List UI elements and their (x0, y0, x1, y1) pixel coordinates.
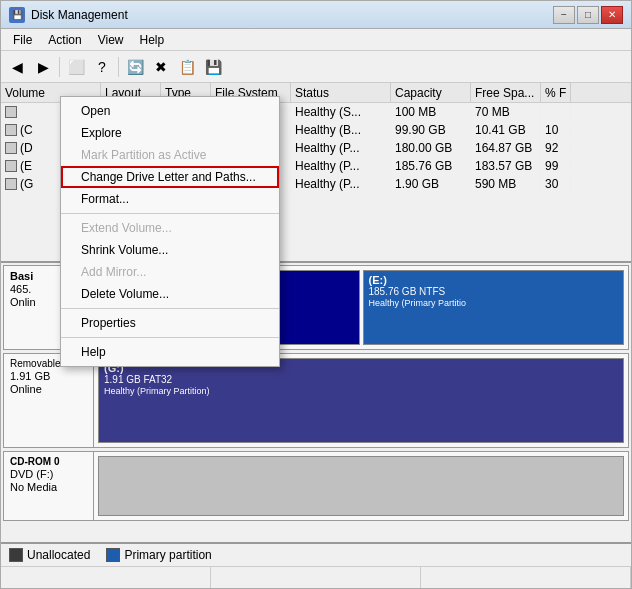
context-menu: Open Explore Mark Partition as Active Ch… (60, 96, 280, 367)
disk-type-cdrom: DVD (F:) (10, 468, 87, 480)
status-segment-3 (421, 567, 631, 588)
status-segment-1 (1, 567, 211, 588)
ctx-properties[interactable]: Properties (61, 312, 279, 334)
legend-primary: Primary partition (106, 548, 211, 562)
partition-e-size: 185.76 GB NTFS (369, 286, 619, 297)
menu-help[interactable]: Help (132, 29, 173, 50)
cell-status: Healthy (P... (291, 139, 391, 156)
ctx-separator-2 (61, 308, 279, 309)
cell-capacity: 185.76 GB (391, 157, 471, 174)
disk-size-removable: 1.91 GB (10, 370, 87, 382)
cell-capacity: 99.90 GB (391, 121, 471, 138)
legend-box-primary (106, 548, 120, 562)
cell-status: Healthy (B... (291, 121, 391, 138)
maximize-button[interactable]: □ (577, 6, 599, 24)
ctx-delete-volume[interactable]: Delete Volume... (61, 283, 279, 305)
ctx-separator-1 (61, 213, 279, 214)
partition-cdrom (98, 456, 624, 516)
cell-capacity: 100 MB (391, 103, 471, 120)
legend-label-unallocated: Unallocated (27, 548, 90, 562)
back-button[interactable]: ◀ (5, 55, 29, 79)
rescan-button[interactable]: 🔄 (123, 55, 147, 79)
cell-pct: 92 (541, 139, 571, 156)
cell-status: Healthy (P... (291, 157, 391, 174)
cell-status: Healthy (S... (291, 103, 391, 120)
cell-pct (541, 103, 571, 120)
properties-button[interactable]: ⬜ (64, 55, 88, 79)
disk-info-cdrom: CD-ROM 0 DVD (F:) No Media (4, 452, 94, 520)
ctx-change-drive-letter[interactable]: Change Drive Letter and Paths... (61, 166, 279, 188)
legend-box-unallocated (9, 548, 23, 562)
ctx-explore[interactable]: Explore (61, 122, 279, 144)
disk-partitions-removable: (G:) 1.91 GB FAT32 Healthy (Primary Part… (94, 354, 628, 447)
partition-e[interactable]: (E:) 185.76 GB NTFS Healthy (Primary Par… (363, 270, 625, 345)
ctx-mark-active: Mark Partition as Active (61, 144, 279, 166)
disk-info-removable: Removable 1.91 GB Online (4, 354, 94, 447)
partition-g-status: Healthy (Primary Partition) (104, 386, 618, 396)
col-freespace: Free Spa... (471, 83, 541, 102)
partition-g-size: 1.91 GB FAT32 (104, 374, 618, 385)
legend-unallocated: Unallocated (9, 548, 90, 562)
cell-freespace: 10.41 GB (471, 121, 541, 138)
cell-pct: 30 (541, 175, 571, 192)
partition-e-status: Healthy (Primary Partitio (369, 298, 619, 308)
toolbar-separator-1 (59, 57, 60, 77)
col-capacity: Capacity (391, 83, 471, 102)
status-bar (1, 566, 631, 588)
menu-action[interactable]: Action (40, 29, 89, 50)
forward-button[interactable]: ▶ (31, 55, 55, 79)
legend-label-primary: Primary partition (124, 548, 211, 562)
ctx-help[interactable]: Help (61, 341, 279, 363)
cell-status: Healthy (P... (291, 175, 391, 192)
cell-freespace: 183.57 GB (471, 157, 541, 174)
ctx-open[interactable]: Open (61, 100, 279, 122)
toolbar: ◀ ▶ ⬜ ? 🔄 ✖ 📋 💾 (1, 51, 631, 83)
title-bar: 💾 Disk Management − □ ✕ (1, 1, 631, 29)
ctx-add-mirror: Add Mirror... (61, 261, 279, 283)
menu-view[interactable]: View (90, 29, 132, 50)
app-icon: 💾 (9, 7, 25, 23)
help-button[interactable]: ? (90, 55, 114, 79)
minimize-button[interactable]: − (553, 6, 575, 24)
col-status: Status (291, 83, 391, 102)
disk-name-cdrom: CD-ROM 0 (10, 456, 87, 467)
cell-capacity: 180.00 GB (391, 139, 471, 156)
ctx-separator-3 (61, 337, 279, 338)
save-button[interactable]: 💾 (201, 55, 225, 79)
disk-partitions-cdrom (94, 452, 628, 520)
cell-pct: 10 (541, 121, 571, 138)
toolbar-separator-2 (118, 57, 119, 77)
disk-row-cdrom: CD-ROM 0 DVD (F:) No Media (3, 451, 629, 521)
status-segment-2 (211, 567, 421, 588)
cell-freespace: 70 MB (471, 103, 541, 120)
cell-freespace: 164.87 GB (471, 139, 541, 156)
disk-status-cdrom: No Media (10, 481, 87, 493)
close-button[interactable]: ✕ (601, 6, 623, 24)
ctx-shrink-volume[interactable]: Shrink Volume... (61, 239, 279, 261)
window-title: Disk Management (31, 8, 553, 22)
copy-button[interactable]: 📋 (175, 55, 199, 79)
window-controls: − □ ✕ (553, 6, 623, 24)
cell-pct: 99 (541, 157, 571, 174)
menu-bar: File Action View Help (1, 29, 631, 51)
ctx-format[interactable]: Format... (61, 188, 279, 210)
partition-g[interactable]: (G:) 1.91 GB FAT32 Healthy (Primary Part… (98, 358, 624, 443)
disk-status-removable: Online (10, 383, 87, 395)
menu-file[interactable]: File (5, 29, 40, 50)
partition-e-label: (E:) (369, 274, 619, 286)
col-pct: % F (541, 83, 571, 102)
cell-capacity: 1.90 GB (391, 175, 471, 192)
ctx-extend-volume: Extend Volume... (61, 217, 279, 239)
legend-bar: Unallocated Primary partition (1, 542, 631, 566)
cell-freespace: 590 MB (471, 175, 541, 192)
delete-button[interactable]: ✖ (149, 55, 173, 79)
disk-row-removable: Removable 1.91 GB Online (G:) 1.91 GB FA… (3, 353, 629, 448)
